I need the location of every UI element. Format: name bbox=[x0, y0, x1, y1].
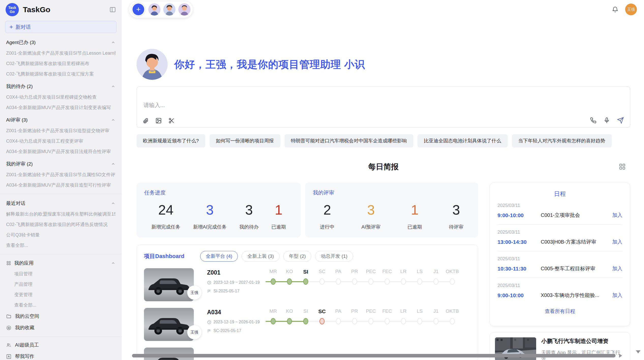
sidebar-section-header[interactable]: 我的评审 (2) bbox=[6, 161, 115, 167]
agent-avatar-2[interactable] bbox=[163, 3, 175, 16]
project-row-A034: 王强A0342023-12-19 ~ 2026-01-19SC-2025-05-… bbox=[144, 308, 471, 341]
milestone-dot-PA bbox=[336, 318, 341, 324]
new-chat-button[interactable]: + 新对话 bbox=[5, 21, 116, 33]
event-time: 9:00-10:00 bbox=[497, 292, 541, 298]
sidebar-shortcut-我的云空间[interactable]: 我的云空间 bbox=[6, 313, 115, 320]
sidebar-shortcut-我的收藏[interactable]: 我的收藏 bbox=[6, 324, 115, 331]
milestone-dot-KO bbox=[287, 318, 292, 324]
recent-view-all[interactable]: 查看全部... bbox=[6, 242, 115, 248]
scissors-icon[interactable] bbox=[168, 117, 175, 124]
sidebar-item[interactable]: C02-飞腾新能源轻客改款项目立项汇报方案 bbox=[6, 71, 115, 77]
schedule-view-all[interactable]: 查看所有日程 bbox=[497, 308, 622, 315]
stat-value: 3 bbox=[449, 202, 463, 218]
sidebar-section-header[interactable]: AI评审 (3) bbox=[6, 117, 115, 123]
sidebar-section-header[interactable]: Agent已办 (3) bbox=[6, 39, 115, 46]
sidebar-collapse-icon[interactable] bbox=[109, 6, 116, 13]
suggestion-chips: 欧洲新规最近颁布了什么?如何写一份清晰的项目周报特朗普可能对进口汽车增税会对中国… bbox=[137, 134, 612, 147]
my-review-title: 我的评审 bbox=[313, 189, 471, 196]
sidebar-tool-AI超级员工[interactable]: AI超级员工 bbox=[6, 342, 115, 348]
sidebar-tool-帮我写作[interactable]: 帮我写作 bbox=[6, 353, 115, 360]
horizontal-scrollbar[interactable] bbox=[132, 354, 616, 357]
dashboard-tab[interactable]: 年型 (2) bbox=[283, 251, 312, 262]
suggestion-chip[interactable]: 当下年轻人对汽车外观有怎样的喜好趋势 bbox=[512, 134, 612, 147]
suggestion-chip[interactable]: 欧洲新规最近颁布了什么? bbox=[137, 134, 205, 147]
image-upload-icon[interactable] bbox=[155, 117, 162, 124]
chevron-up-icon[interactable] bbox=[111, 118, 115, 122]
sidebar-section-header[interactable]: 我的待办 (2) bbox=[6, 83, 115, 90]
milestone-dot-PR bbox=[352, 278, 357, 285]
milestone-dot-PR bbox=[352, 318, 357, 324]
chevron-up-icon[interactable] bbox=[111, 84, 115, 89]
sidebar-item[interactable]: A034-全新新能源MUV产品开发项目法规符合性评审 bbox=[6, 148, 115, 155]
user-avatar[interactable]: 王强 bbox=[625, 4, 637, 15]
sidebar-item[interactable]: A034-全新新能源MUV产品开发项目计划变更表编写 bbox=[6, 104, 115, 111]
notification-bell-icon[interactable] bbox=[612, 6, 619, 13]
suggestion-chip[interactable]: 特朗普可能对进口汽车增税会对中国车企造成哪些影响 bbox=[285, 134, 413, 147]
event-row: 10:30-11:30C005-整车工程目标评审加入 bbox=[497, 265, 622, 272]
sidebar-item[interactable]: C02-飞腾新能源轻客改款项目里程碑画布 bbox=[6, 61, 115, 67]
chevron-up-icon[interactable] bbox=[111, 40, 115, 45]
event-join-link[interactable]: 加入 bbox=[612, 292, 622, 299]
sidebar-item[interactable]: C0X4-动力总成开发项目工程变更评审 bbox=[6, 138, 115, 144]
greeting-text: 你好，王强，我是你的项目管理助理 小识 bbox=[174, 57, 365, 71]
divider bbox=[0, 194, 122, 194]
folder-icon bbox=[6, 314, 11, 319]
milestone-label-J1: J1 bbox=[428, 269, 444, 275]
flag-text: SI-2025-05-17 bbox=[213, 289, 239, 293]
chat-composer bbox=[137, 86, 630, 128]
schedule-panel: 日程 2025/03/119:00-10:00C001-立项审批会加入2025/… bbox=[490, 183, 630, 326]
section-label: AI评审 (3) bbox=[6, 117, 27, 123]
event-join-link[interactable]: 加入 bbox=[612, 238, 622, 245]
stat-label: 待评审 bbox=[449, 224, 463, 230]
sidebar-item[interactable]: A034-全新新能源MUV产品开发项目造型可行性评审 bbox=[6, 182, 115, 188]
event-join-link[interactable]: 加入 bbox=[612, 212, 622, 219]
dashboard-tab[interactable]: 动总开发 (1) bbox=[315, 251, 353, 262]
sidebar-item[interactable]: C0X4-动力总成开发项目SI里程碑提交物检查 bbox=[6, 94, 115, 100]
chevron-up-icon[interactable] bbox=[111, 162, 115, 166]
scroll-down-arrow[interactable] bbox=[636, 350, 640, 353]
add-agent-button[interactable]: + bbox=[133, 4, 144, 15]
recent-chat-item[interactable]: C02-飞腾新能源轻客改款项目的闭环通告反馈情况 bbox=[6, 221, 115, 228]
scroll-right-arrow[interactable] bbox=[619, 354, 622, 358]
sidebar-item[interactable]: Z001-全新燃油皮卡产品开发项目SI节点Lesson Learn报告 bbox=[6, 50, 115, 56]
chevron-up-icon[interactable] bbox=[111, 261, 115, 265]
apps-view-all[interactable]: 查看全部... bbox=[14, 302, 115, 308]
chevron-up-icon[interactable] bbox=[111, 201, 115, 206]
chat-input[interactable] bbox=[137, 87, 630, 127]
my-apps-header[interactable]: 我的应用 bbox=[6, 260, 115, 266]
microphone-icon[interactable] bbox=[604, 117, 610, 124]
assistant-avatar bbox=[137, 49, 168, 80]
project-flag: SC-2025-05-17 bbox=[207, 328, 260, 333]
agent-avatar-3[interactable] bbox=[178, 3, 191, 16]
dashboard-title: 项目Dashboard bbox=[144, 252, 184, 260]
milestone-label-OKTB: OKTB bbox=[444, 308, 460, 314]
event-name: C005-整车工程目标评审 bbox=[541, 265, 612, 272]
app-item[interactable]: 产品管理 bbox=[14, 281, 115, 287]
milestone-dot-LR bbox=[401, 278, 406, 285]
phone-call-icon[interactable] bbox=[590, 117, 596, 124]
shortcut-label: 我的云空间 bbox=[15, 313, 39, 320]
recent-chat-item[interactable]: 解释最新出台的欧盟报废车法规再生塑料比例被调至15%... bbox=[6, 211, 115, 217]
suggestion-chip[interactable]: 比亚迪全固态电池计划具体说了什么 bbox=[418, 134, 508, 147]
dashboard-tab[interactable]: 全新平台 (4) bbox=[200, 251, 238, 262]
attachment-icon[interactable] bbox=[142, 117, 149, 124]
app-item[interactable]: 项目管理 bbox=[14, 271, 115, 277]
event-name: X003-车辆动力学性能验... bbox=[541, 292, 612, 299]
send-icon[interactable] bbox=[617, 117, 624, 124]
truck-photo bbox=[144, 268, 194, 301]
dashboard-tab[interactable]: 全新上装 (3) bbox=[242, 251, 280, 262]
recent-chats-header[interactable]: 最近对话 bbox=[6, 200, 115, 207]
shortcut-label: 我的收藏 bbox=[15, 324, 34, 331]
app-item[interactable]: 变更管理 bbox=[14, 292, 115, 298]
sidebar-item[interactable]: Z001-全新燃油轻卡产品开发项目SI造型提交物评审 bbox=[6, 128, 115, 134]
stat-label: 进行中 bbox=[320, 224, 334, 230]
sidebar-item[interactable]: Z001-全新燃油轻卡产品开发项目SI节点属性5D文件评审 bbox=[6, 172, 115, 178]
agent-avatar-1[interactable] bbox=[148, 3, 160, 16]
event-join-link[interactable]: 加入 bbox=[612, 265, 622, 272]
recent-chat-item[interactable]: 公司Q3轻卡销量 bbox=[6, 232, 115, 238]
suggestion-chip[interactable]: 如何写一份清晰的项目周报 bbox=[210, 134, 280, 147]
my-apps-label: 我的应用 bbox=[14, 260, 34, 266]
milestone-dot-OKTB bbox=[450, 278, 455, 285]
briefing-layout-icon[interactable] bbox=[619, 163, 626, 170]
project-info: A0342023-12-19 ~ 2026-01-19SC-2025-05-17 bbox=[207, 308, 260, 333]
